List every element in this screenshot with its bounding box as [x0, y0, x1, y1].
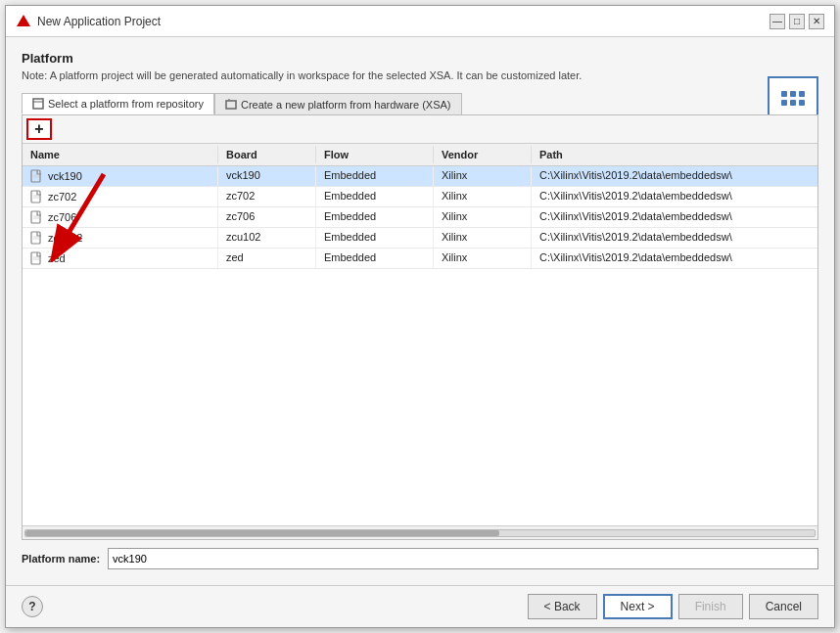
col-name: Name: [23, 146, 218, 163]
help-button[interactable]: ?: [22, 596, 43, 617]
svg-marker-0: [17, 15, 30, 26]
file-icon: [30, 169, 44, 183]
finish-button[interactable]: Finish: [678, 594, 743, 619]
platform-name-input[interactable]: [108, 548, 818, 569]
tab-repo[interactable]: Select a platform from repository: [22, 93, 214, 114]
svg-rect-3: [226, 101, 236, 109]
col-vendor: Vendor: [434, 146, 532, 163]
table-row[interactable]: zcu102zcu102EmbeddedXilinxC:\Xilinx\Viti…: [23, 228, 817, 249]
hw-tab-icon: [225, 99, 237, 111]
window-title: New Application Project: [37, 15, 161, 28]
table-body: vck190vck190EmbeddedXilinxC:\Xilinx\Viti…: [23, 166, 817, 525]
svg-rect-11: [31, 211, 40, 223]
repo-tab-icon: [32, 98, 44, 110]
tab-hardware[interactable]: Create a new platform from hardware (XSA…: [214, 93, 462, 114]
minimize-button[interactable]: —: [770, 14, 785, 29]
maximize-button[interactable]: □: [789, 14, 805, 29]
scrollbar-thumb: [25, 530, 499, 536]
platform-icon-box: [768, 76, 818, 119]
close-button[interactable]: ✕: [809, 14, 824, 29]
content-area: Platform Note: A platform project will b…: [6, 37, 834, 585]
file-icon: [30, 231, 44, 245]
add-platform-button[interactable]: +: [26, 118, 52, 140]
table-header: Name Board Flow Vendor Path: [23, 144, 817, 166]
col-board: Board: [218, 146, 316, 163]
app-icon: [16, 14, 31, 29]
col-flow: Flow: [316, 146, 434, 163]
file-icon: [30, 190, 44, 203]
svg-rect-14: [31, 232, 40, 244]
scrollbar-track: [24, 529, 816, 537]
table-row[interactable]: vck190vck190EmbeddedXilinxC:\Xilinx\Viti…: [23, 166, 817, 187]
horizontal-scrollbar[interactable]: [23, 525, 817, 539]
table-row[interactable]: zedzedEmbeddedXilinxC:\Xilinx\Vitis\2019…: [23, 249, 817, 269]
title-bar-left: New Application Project: [16, 14, 161, 29]
title-bar-controls: — □ ✕: [770, 14, 824, 29]
file-icon: [30, 251, 44, 265]
tabs-area: Select a platform from repository Create…: [22, 93, 818, 114]
svg-rect-1: [33, 99, 43, 109]
file-icon: [30, 210, 44, 224]
table-row[interactable]: zc706zc706EmbeddedXilinxC:\Xilinx\Vitis\…: [23, 207, 817, 228]
platform-name-row: Platform name:: [22, 540, 818, 575]
toolbar: +: [23, 115, 817, 144]
title-bar: New Application Project — □ ✕: [6, 6, 834, 37]
platform-table-container: + Name Board Flow Vendor Path vck190vck1…: [22, 114, 818, 540]
svg-rect-5: [31, 170, 40, 182]
dialog-window: New Application Project — □ ✕ Platform N…: [5, 5, 835, 628]
platform-name-label: Platform name:: [22, 553, 100, 565]
section-note: Note: A platform project will be generat…: [22, 69, 818, 81]
table-row[interactable]: zc702zc702EmbeddedXilinxC:\Xilinx\Vitis\…: [23, 187, 817, 207]
svg-rect-8: [31, 191, 40, 203]
svg-rect-17: [31, 252, 40, 264]
action-buttons: < Back Next > Finish Cancel: [528, 594, 818, 619]
back-button[interactable]: < Back: [528, 594, 597, 619]
cancel-button[interactable]: Cancel: [749, 594, 818, 619]
bottom-bar: ? < Back Next > Finish Cancel: [6, 585, 834, 627]
col-path: Path: [532, 146, 817, 163]
next-button[interactable]: Next >: [603, 594, 673, 619]
section-header: Platform: [22, 51, 818, 66]
